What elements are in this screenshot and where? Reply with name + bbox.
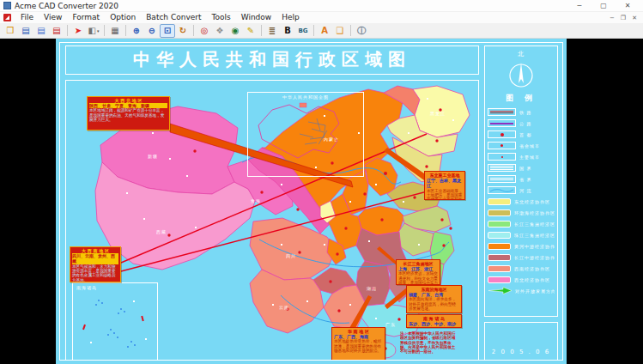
menu-view[interactable]: View — [39, 12, 67, 23]
menu-batch-convert[interactable]: Batch Convert — [141, 12, 206, 23]
zoom-window-button[interactable]: ⊡ — [160, 24, 175, 38]
capture-button[interactable]: ◧▾ — [86, 24, 101, 38]
annotation-body: 本区面向海洋，侨乡众多，对外开放程度高，外向型经济发展迅速。 — [409, 297, 459, 311]
layers-button[interactable]: ≣ — [264, 24, 280, 38]
province-boundary-icon — [488, 175, 516, 183]
legend-item-major-city: 主要城市 — [485, 151, 557, 162]
titlebar: Acme CAD Converter 2020 ─ ▢ ✕ — [0, 0, 643, 12]
files-button[interactable]: ❑ — [332, 24, 348, 38]
annotation-body: 本区工业基础雄厚，土地肥沃，是我国重要的重工业基地和商品粮生产基地。 — [427, 189, 463, 201]
legend-area-item: 西北经济协作区 — [485, 274, 557, 285]
menu-window[interactable]: Window — [236, 12, 277, 23]
legend-area-label: 对外开放发展方向 — [515, 288, 555, 294]
legend-area-item: 西南经济协作区 — [485, 263, 557, 274]
convert-icon: ➤ — [75, 27, 82, 35]
pan-button[interactable]: ❖ — [212, 24, 227, 38]
legend-item-national-boundary: 国 界 — [485, 162, 557, 173]
font-button[interactable]: A — [317, 24, 332, 38]
pan-icon: ❖ — [216, 27, 224, 35]
close-button[interactable]: ✕ — [616, 0, 640, 11]
legend-item-label: 主要城市 — [519, 155, 540, 160]
legend-color-swatch — [488, 209, 511, 216]
drawing-workspace: 中华人民共和国行政区域图 — [0, 39, 643, 364]
legend-color-swatch — [488, 221, 511, 228]
maximize-button[interactable]: ▢ — [591, 0, 616, 11]
map-date: 2 0 0 5 . 0 6 — [485, 349, 557, 355]
inset-south-sea: 南海诸岛 — [72, 282, 158, 361]
toolbar: ❒▤▤▤➤◧▾▦⊕⊖⊡↻◎❖◉✎≣BBGA❑ⓘ — [0, 23, 643, 39]
legend-area-label: 黄河中游经济协作区 — [514, 244, 555, 249]
map-canvas[interactable]: 中华人民共和国行政区域图 — [56, 39, 567, 364]
open-direction-arrow-icon — [488, 287, 512, 294]
north-label: 北 — [485, 50, 557, 58]
annotation-regions: 四川、云南、贵州、西藏 — [72, 253, 118, 264]
legend-area-items: 东北经济协作区环渤海经济协作区长江三角洲经济区珠江三角洲经济区黄河中游经济协作区… — [485, 196, 557, 296]
zoom-out-button[interactable]: ⊖ — [144, 24, 160, 38]
save-all-icon: ▤ — [37, 27, 45, 35]
view-eye-icon: ◉ — [232, 27, 240, 35]
annotation-regions: 辽宁、吉林、黑龙江 — [427, 178, 463, 189]
map-note: 注：本图根据中华人民共和国行政区划资料编制，省级行政区域界线仅供示意，不作为划界… — [400, 331, 458, 359]
legend-area-item: 对外开放发展方向 — [485, 285, 557, 296]
annotation-body: 本区经济发达，水陆交通便利，科技文化力量雄厚，是我国综合实力最强的经济核心区。 — [398, 271, 438, 285]
legend-item-highway: 公 路 — [485, 118, 557, 129]
mdi-minimize-button[interactable]: − — [610, 13, 615, 23]
menu-tools[interactable]: Tools — [207, 12, 236, 23]
menu-option[interactable]: Option — [105, 12, 141, 23]
window-title: Acme CAD Converter 2020 — [15, 2, 118, 10]
legend-item-capital: 首 都 — [485, 129, 557, 140]
open-button[interactable]: ❒ — [3, 24, 18, 38]
menu-format[interactable]: Format — [67, 12, 105, 23]
about-button[interactable]: ⓘ — [354, 24, 369, 38]
zoom-extents-button[interactable]: ↻ — [175, 24, 191, 38]
save-button[interactable]: ▤ — [18, 24, 33, 38]
about-icon: ⓘ — [357, 27, 366, 35]
convert-button[interactable]: ➤ — [70, 24, 86, 38]
menu-file[interactable]: File — [15, 12, 39, 23]
legend-area-label: 西南经济协作区 — [514, 266, 550, 271]
toolbar-separator — [193, 25, 194, 36]
mdi-close-button[interactable]: ✕ — [632, 13, 637, 23]
menubar: File View Format Option Batch Convert To… — [0, 12, 643, 23]
legend-item-label: 省 界 — [519, 177, 532, 182]
legend-item-province-capital: 省会城市 — [485, 140, 557, 151]
markup-button[interactable]: ✎ — [243, 24, 258, 38]
annotation-body: 本区地域辽阔，能源和矿产资源十分丰富，是我国重要的石油、天然气和煤炭基地，发展潜… — [89, 108, 167, 122]
legend-area-item: 黄河中游经济协作区 — [485, 240, 557, 252]
toolbar-separator — [350, 25, 351, 36]
legend-item-label: 国 界 — [519, 166, 532, 171]
annotation-southwest: 大 西 南 地 区 四川、云南、贵州、西藏 本区气候温和，水力和旅游资源丰富，是… — [70, 246, 121, 282]
find-icon: ◎ — [201, 27, 209, 35]
view-eye-button[interactable]: ◉ — [227, 24, 243, 38]
minimize-button[interactable]: ─ — [567, 0, 591, 11]
background-icon: BG — [298, 27, 307, 35]
zoom-in-icon: ⊕ — [133, 27, 140, 35]
files-icon: ❑ — [337, 27, 344, 35]
dropdown-caret-icon: ▾ — [97, 28, 100, 33]
mdi-restore-button[interactable]: ❐ — [621, 13, 626, 23]
menu-help[interactable]: Help — [276, 12, 305, 23]
print-button[interactable]: ▦ — [107, 24, 123, 38]
capture-icon: ◧ — [88, 27, 96, 35]
zoom-extents-icon: ↻ — [179, 27, 186, 35]
annotation-northwest: 大 西 北 地 区 陕西、甘肃、宁夏、青海、新疆 本区地域辽阔，能源和矿产资源十… — [87, 96, 170, 130]
close-file-icon: ▤ — [52, 27, 60, 35]
annotation-northeast: 东北重工业基地 辽宁、吉林、黑龙江 本区工业基础雄厚，土地肥沃，是我国重要的重工… — [424, 171, 465, 200]
main-map-box: 新疆 西藏 青海 内蒙古 四川 云南 黑龙江 湖南 广东 — [65, 80, 479, 361]
legend-title: 图 例 — [485, 93, 557, 104]
legend-area-item: 环渤海经济协作区 — [485, 207, 557, 218]
toolbar-separator — [67, 25, 68, 36]
background-button[interactable]: BG — [295, 24, 311, 38]
find-button[interactable]: ◎ — [197, 24, 212, 38]
save-all-button[interactable]: ▤ — [33, 24, 49, 38]
zoom-in-button[interactable]: ⊕ — [129, 24, 144, 38]
print-icon: ▦ — [111, 27, 118, 35]
black-white-button[interactable]: B — [280, 24, 295, 38]
legend-area-label: 长江中游经济协作区 — [514, 255, 555, 260]
close-file-button[interactable]: ▤ — [49, 24, 64, 38]
app-window: Acme CAD Converter 2020 ─ ▢ ✕ File View … — [0, 0, 643, 364]
legend-item-label: 省会城市 — [519, 143, 540, 149]
date-box: 2 0 0 5 . 0 6 — [484, 322, 558, 361]
legend-area-item: 珠江三角洲经济区 — [485, 229, 557, 240]
legend-area-item: 长江三角洲经济区 — [485, 218, 557, 229]
